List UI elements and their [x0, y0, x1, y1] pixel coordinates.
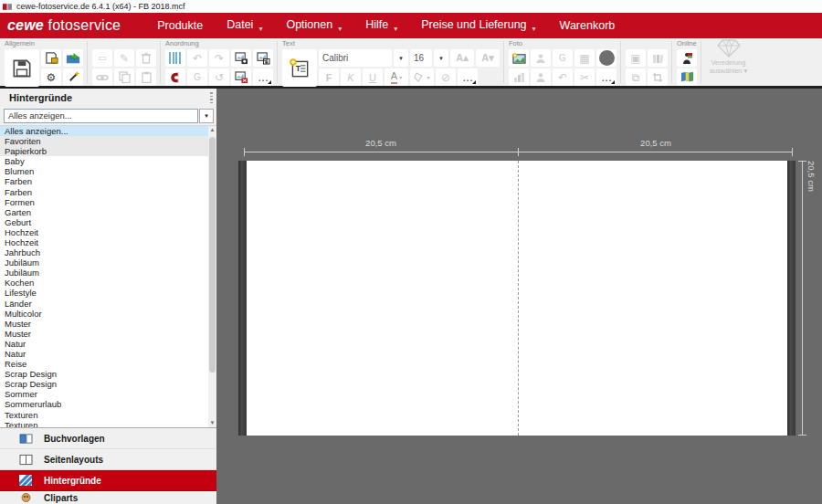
titlebar: cewe-fotoservice.de 6.4.1 (x64) - FB 201… [0, 0, 822, 13]
list-item[interactable]: Blumen [0, 166, 216, 176]
underline-button: U [363, 68, 383, 86]
menu-hilfe[interactable]: Hilfe▾ [360, 18, 403, 33]
send-back-button: ↷ [209, 49, 229, 67]
font-color-button[interactable]: A▾ [385, 68, 408, 86]
select-button: ▭ [92, 49, 112, 67]
menu-datei[interactable]: Datei▾ [221, 18, 268, 33]
text-more-button[interactable]: … [458, 68, 478, 86]
list-item[interactable]: Baby [0, 156, 216, 166]
rotate-icon: ↺ [215, 72, 224, 83]
list-item[interactable]: Länder [0, 299, 216, 309]
chevron-down-icon: ▾ [338, 25, 342, 33]
stack-button: ⧉ [626, 68, 646, 86]
list-item[interactable]: Geburt [0, 217, 216, 227]
toolbar-section-edit: ▭ ✎ [88, 38, 160, 86]
ruler-tick [244, 148, 245, 156]
assistant-button[interactable] [63, 68, 83, 86]
add-photo-button[interactable] [509, 49, 529, 67]
list-item[interactable]: Sommer [0, 389, 216, 399]
list-item[interactable]: Kochen [0, 278, 216, 288]
gear-icon: ⚙ [47, 72, 57, 83]
list-item[interactable]: Multicolor [0, 309, 216, 319]
cewe-logo: cewe fotoservice [7, 17, 121, 34]
list-item[interactable]: Alles anzeigen... [0, 126, 216, 136]
magnet-icon [169, 71, 183, 84]
rotate-g-icon: G [559, 54, 566, 63]
list-item[interactable]: Reise [0, 359, 216, 369]
list-item[interactable]: Farben [0, 187, 216, 197]
menu-optionen[interactable]: Optionen▾ [280, 18, 347, 33]
list-item[interactable]: Muster [0, 329, 216, 339]
list-item[interactable]: Natur [0, 339, 216, 349]
open-project-button[interactable] [63, 49, 83, 67]
book-spread[interactable] [247, 161, 787, 436]
align-button[interactable] [165, 49, 185, 67]
panel-header: Hintergründe [0, 89, 216, 108]
font-family-dropdown-button[interactable]: ▾ [394, 49, 408, 67]
list-item[interactable]: Muster [0, 319, 216, 329]
add-text-button[interactable]: T [282, 49, 317, 87]
category-filter: Alles anzeigen... ▾ [0, 108, 216, 125]
clipboard-icon [142, 71, 152, 83]
save-image-button[interactable] [253, 49, 273, 67]
online-share-button[interactable] [677, 49, 697, 67]
list-item[interactable]: Hochzeit [0, 227, 216, 237]
category-filter-dropdown-button[interactable]: ▾ [199, 109, 214, 123]
stack-icon: ⧉ [632, 72, 640, 83]
nav-buchvorlagen[interactable]: Buchvorlagen [0, 428, 216, 449]
select-icon: ▭ [98, 54, 106, 63]
toolbar-section-foto: Foto [504, 38, 620, 86]
category-list-scrollbar[interactable]: ▲ ▼ [208, 126, 216, 427]
no-style-button: ⊘ [436, 68, 456, 86]
settings-button[interactable]: ⚙ [41, 68, 61, 86]
photo-swap-button[interactable] [596, 49, 616, 67]
category-filter-input[interactable]: Alles anzeigen... [4, 109, 198, 123]
list-item[interactable]: Formen [0, 197, 216, 207]
list-item[interactable]: Garten [0, 207, 216, 217]
list-item[interactable]: Natur [0, 349, 216, 359]
nav-seitenlayouts[interactable]: Seitenlayouts [0, 449, 216, 470]
stripes-icon [169, 52, 182, 64]
list-item[interactable]: Hochzeit [0, 237, 216, 247]
list-item[interactable]: Scrap Design [0, 379, 216, 389]
menu-warenkorb[interactable]: Warenkorb [554, 19, 621, 32]
chevron-down-icon: ▾ [439, 55, 443, 62]
list-item[interactable]: Lifestyle [0, 288, 216, 298]
ruler-tick [792, 148, 793, 156]
scrollbar-thumb[interactable] [209, 137, 216, 373]
remove-image-button[interactable] [231, 68, 251, 86]
photo-cut-button: ✂ [574, 68, 595, 86]
font-size-select[interactable]: 16 [410, 49, 432, 67]
nav-hintergruende[interactable]: Hintergründe [0, 470, 216, 491]
menu-preise-und-lieferung[interactable]: Preise und Lieferung▾ [416, 18, 541, 33]
list-item[interactable]: Sommerurlaub [0, 399, 216, 409]
anordnung-more-button[interactable]: … [253, 68, 273, 86]
list-item[interactable]: Scrap Design [0, 369, 216, 379]
font-family-select[interactable]: Calibri [319, 49, 392, 67]
list-item[interactable]: Jahrbuch [0, 247, 216, 257]
online-map-button[interactable] [677, 68, 697, 86]
list-item[interactable]: Jubiläum [0, 268, 216, 278]
list-item[interactable]: Papierkorb [0, 146, 216, 156]
save-as-button[interactable] [41, 49, 61, 67]
scroll-up-icon[interactable]: ▲ [208, 126, 216, 134]
foto-more-button[interactable]: … [596, 68, 616, 86]
menu-produkte[interactable]: Produkte [152, 19, 208, 32]
list-item[interactable]: Favoriten [0, 136, 216, 146]
books-icon [652, 53, 663, 64]
nav-cliparts[interactable]: Cliparts [0, 491, 216, 504]
snap-button[interactable] [165, 68, 185, 86]
crop-button [648, 68, 668, 86]
list-item[interactable]: Farben [0, 176, 216, 186]
list-item[interactable]: Jubiläum [0, 257, 216, 268]
snapshot-button[interactable] [231, 49, 251, 67]
list-item[interactable]: Texturen [0, 420, 216, 427]
editor-canvas[interactable]: 20,5 cm 20,5 cm 20,5 cm [216, 89, 822, 504]
swap-circle-icon [599, 50, 615, 66]
list-item[interactable]: Texturen [0, 410, 216, 420]
panel-grip-icon[interactable] [210, 92, 213, 104]
diamond-icon [717, 38, 741, 58]
scroll-down-icon[interactable]: ▼ [208, 419, 216, 427]
font-size-dropdown-button[interactable]: ▾ [434, 49, 448, 67]
save-button[interactable] [5, 49, 39, 87]
